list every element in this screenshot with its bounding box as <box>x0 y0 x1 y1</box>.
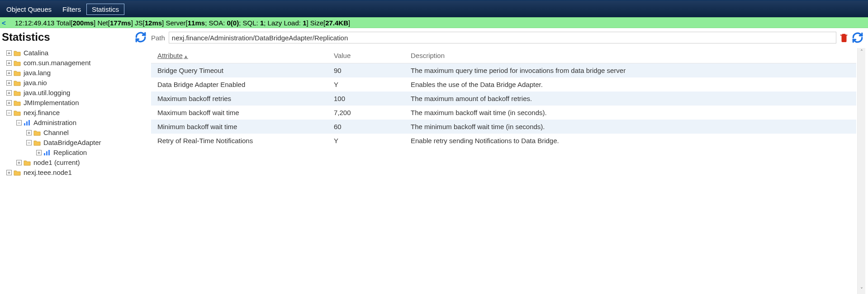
path-input[interactable] <box>169 32 836 43</box>
folder-icon <box>14 70 21 76</box>
cell-val: Y <box>327 77 404 92</box>
tree-label: java.nio <box>23 78 47 88</box>
tree-node-databridgeadapter[interactable]: −DataBridgeAdapter <box>26 138 149 148</box>
tree-label: Catalina <box>23 48 48 58</box>
tree-node-replication[interactable]: +Replication <box>36 148 149 158</box>
cell-desc: The maximum backoff wait time (in second… <box>404 106 856 120</box>
svg-rect-1 <box>26 121 28 125</box>
refresh-content-button[interactable] <box>852 32 863 43</box>
tree-label: JMImplementation <box>23 98 79 108</box>
scroll-down-icon[interactable]: ˅ <box>858 286 865 294</box>
folder-icon <box>24 159 31 166</box>
perf-size-label: ] Size[ <box>306 19 325 27</box>
expand-icon[interactable]: + <box>6 100 12 106</box>
content-pane: Path Attribute▲ Value Description <box>149 28 868 294</box>
svg-rect-4 <box>46 151 47 155</box>
expand-icon[interactable]: + <box>6 60 12 66</box>
folder-icon <box>14 110 21 116</box>
cell-val: 7,200 <box>327 106 404 120</box>
cell-desc: The minimum backoff wait time (in second… <box>404 120 856 134</box>
expand-icon[interactable]: + <box>6 50 12 56</box>
tab-statistics[interactable]: Statistics <box>86 4 124 15</box>
folder-icon <box>14 169 21 176</box>
expand-icon[interactable]: + <box>6 70 12 76</box>
tree: +Catalina +com.sun.management +java.lang… <box>0 48 149 178</box>
path-bar: Path <box>149 32 865 48</box>
cell-val: 100 <box>327 92 404 106</box>
perf-js-label: ] JS[ <box>131 19 145 27</box>
delete-button[interactable] <box>839 32 849 43</box>
table-row[interactable]: Maximum backoff retries100The maximum am… <box>151 92 856 106</box>
vertical-scrollbar[interactable]: ˄ ˅ <box>857 48 865 294</box>
expand-icon[interactable]: + <box>6 80 12 86</box>
chart-icon <box>43 149 51 156</box>
collapse-icon[interactable]: − <box>26 140 32 145</box>
tree-node-node1[interactable]: +node1 (current) <box>16 158 149 168</box>
tree-node-nexj-teee[interactable]: +nexj.teee.node1 <box>6 168 149 178</box>
tree-node-com-sun[interactable]: +com.sun.management <box>6 58 149 68</box>
tree-node-java-nio[interactable]: +java.nio <box>6 78 149 88</box>
expand-icon[interactable]: + <box>6 170 12 175</box>
perf-sql: 1 <box>260 19 264 27</box>
table-row[interactable]: Minimum backoff wait time60The minimum b… <box>151 120 856 134</box>
table-row[interactable]: Maximum backoff wait time7,200The maximu… <box>151 106 856 120</box>
collapse-icon[interactable]: − <box>6 110 12 116</box>
tree-label: Replication <box>52 148 87 158</box>
perf-server-label: ] Server[ <box>162 19 188 27</box>
cell-attr: Bridge Query Timeout <box>151 63 327 78</box>
folder-icon <box>14 60 21 66</box>
tree-label: node1 (current) <box>33 158 80 168</box>
col-value[interactable]: Value <box>327 48 404 63</box>
table-row[interactable]: Retry of Real-Time NotificationsYEnable … <box>151 134 856 148</box>
top-navbar: Object Queues Filters Statistics <box>0 0 868 17</box>
perf-js: 12ms <box>145 19 162 27</box>
tree-label: com.sun.management <box>23 58 90 68</box>
perf-time: 12:12:49.413 <box>15 19 55 27</box>
folder-icon <box>14 80 21 86</box>
perf-sql-label: ; SQL: <box>239 19 260 27</box>
tree-label: Channel <box>43 128 69 138</box>
tree-label: java.util.logging <box>23 88 70 98</box>
sort-asc-icon: ▲ <box>183 54 188 59</box>
expand-icon[interactable]: + <box>16 160 22 165</box>
table-row[interactable]: Bridge Query Timeout90The maximum query … <box>151 63 856 78</box>
cell-val: 60 <box>327 120 404 134</box>
tree-node-java-util-logging[interactable]: +java.util.logging <box>6 88 149 98</box>
perf-collapse-arrow[interactable]: < <box>2 19 15 27</box>
tree-label: nexj.teee.node1 <box>23 168 72 178</box>
expand-icon[interactable]: + <box>6 90 12 96</box>
cell-attr: Data Bridge Adapter Enabled <box>151 77 327 92</box>
expand-icon[interactable]: + <box>36 150 42 155</box>
perf-soa-label: ; SOA: <box>205 19 227 27</box>
scroll-up-icon[interactable]: ˄ <box>858 48 865 56</box>
expand-icon[interactable]: + <box>26 130 32 135</box>
tree-node-jmimpl[interactable]: +JMImplementation <box>6 98 149 108</box>
folder-icon <box>33 130 41 136</box>
tree-node-channel[interactable]: +Channel <box>26 128 149 138</box>
svg-rect-3 <box>44 153 45 155</box>
performance-bar: < 12:12:49.413 Total[200ms ] Net[177ms ]… <box>0 17 868 28</box>
tree-node-nexj-finance[interactable]: −nexj.finance <box>6 108 149 118</box>
collapse-icon[interactable]: − <box>16 120 22 125</box>
tree-node-java-lang[interactable]: +java.lang <box>6 68 149 78</box>
perf-size: 27.4KB <box>325 19 348 27</box>
table-row[interactable]: Data Bridge Adapter EnabledYEnables the … <box>151 77 856 92</box>
tree-node-catalina[interactable]: +Catalina <box>6 48 149 58</box>
cell-desc: The maximum amount of backoff retries. <box>404 92 856 106</box>
svg-rect-0 <box>24 123 25 125</box>
tree-node-administration[interactable]: −Administration <box>16 118 149 128</box>
tab-filters[interactable]: Filters <box>57 4 86 15</box>
svg-rect-5 <box>48 150 50 155</box>
tab-object-queues[interactable]: Object Queues <box>1 4 57 15</box>
tree-label: nexj.finance <box>23 108 60 118</box>
perf-total: 200ms <box>72 19 94 27</box>
cell-attr: Retry of Real-Time Notifications <box>151 134 327 148</box>
refresh-tree-button[interactable] <box>135 31 147 43</box>
perf-soa: 0(0) <box>227 19 239 27</box>
perf-lazy: 1 <box>303 19 306 27</box>
col-description[interactable]: Description <box>404 48 856 63</box>
chart-icon <box>24 120 31 126</box>
cell-attr: Maximum backoff wait time <box>151 106 327 120</box>
col-attribute[interactable]: Attribute▲ <box>151 48 327 63</box>
perf-total-label: Total[ <box>57 19 73 27</box>
